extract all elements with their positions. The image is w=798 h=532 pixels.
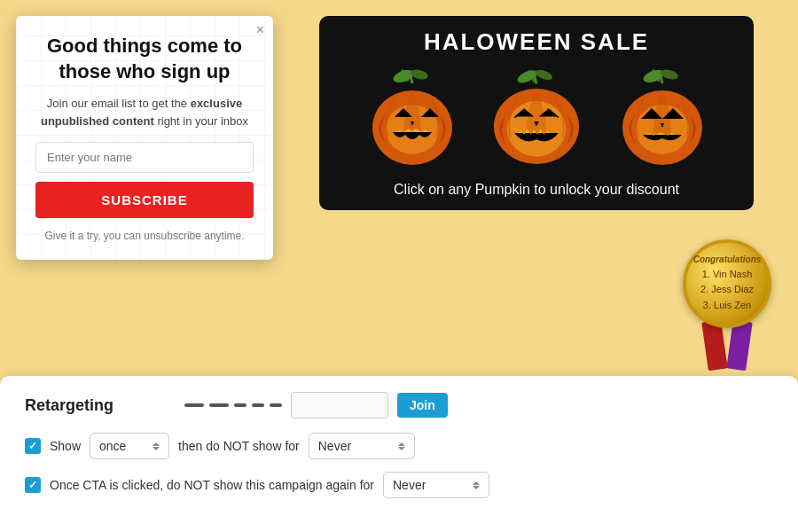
never-select-2[interactable]: Never [383, 472, 489, 498]
then-label: then do NOT show for [178, 439, 300, 453]
never-value-1: Never [318, 439, 351, 453]
join-button[interactable]: Join [397, 393, 448, 418]
never-value-2: Never [393, 478, 426, 492]
close-button[interactable]: × [256, 23, 264, 37]
pumpkin-3[interactable] [603, 63, 718, 169]
popup-footer: Give it a try, you can unsubscribe anyti… [35, 229, 254, 244]
halloween-cta: Click on any Pumpkin to unlock your disc… [319, 178, 754, 198]
join-bar: Join [184, 392, 773, 419]
join-input-mock [291, 392, 388, 419]
subtitle-end: right in your inbox [154, 114, 248, 128]
show-label: Show [50, 439, 81, 453]
pumpkin-2[interactable] [479, 63, 594, 169]
retargeting-row-1: Show once then do NOT show for Never [25, 433, 773, 459]
medal-circle: Congratulations 1. Vin Nash 2. Jess Diaz… [683, 239, 771, 328]
svg-point-8 [534, 67, 553, 82]
subscribe-button[interactable]: SUBSCRIBE [35, 182, 254, 218]
bottom-panel: Retargeting Join Show once then do NOT s… [0, 376, 798, 532]
never-select-1[interactable]: Never [309, 433, 415, 459]
medal-congrats: Congratulations [693, 254, 762, 264]
chevrons-icon-3 [473, 481, 480, 489]
medal-names: 1. Vin Nash 2. Jess Diaz 3. Luis Zen [700, 267, 754, 314]
cta-label: Once CTA is clicked, do NOT show this ca… [50, 478, 374, 492]
dot-1 [184, 403, 204, 407]
pumpkins-row [319, 63, 754, 178]
dot-2 [209, 403, 229, 407]
halloween-banner: HALOWEEN SALE [319, 16, 754, 210]
name-input[interactable] [35, 142, 254, 173]
retargeting-row-2: Once CTA is clicked, do NOT show this ca… [25, 472, 773, 498]
once-select[interactable]: once [90, 433, 169, 459]
retargeting-title: Retargeting [25, 396, 113, 415]
chevrons-icon [153, 442, 160, 450]
chevrons-icon-2 [398, 442, 405, 450]
pumpkin-1[interactable] [355, 63, 470, 169]
join-dots [184, 403, 282, 407]
subtitle-plain: Join our email list to get the [47, 97, 191, 110]
dot-3 [234, 403, 246, 407]
halloween-title: HALOWEEN SALE [319, 16, 754, 63]
dot-4 [252, 403, 264, 407]
panel-header: Retargeting Join [25, 392, 773, 419]
medal-ribbon [683, 321, 771, 370]
show-checkbox[interactable] [25, 438, 41, 454]
medal-badge: Congratulations 1. Vin Nash 2. Jess Diaz… [683, 239, 771, 370]
popup-headline: Good things come to those who sign up [35, 34, 254, 84]
dot-5 [270, 403, 282, 407]
once-value: once [99, 439, 126, 453]
popup-subtitle: Join our email list to get the exclusive… [35, 95, 254, 129]
cta-checkbox[interactable] [25, 477, 41, 493]
signup-popup: × Good things come to those who sign up … [16, 16, 273, 260]
